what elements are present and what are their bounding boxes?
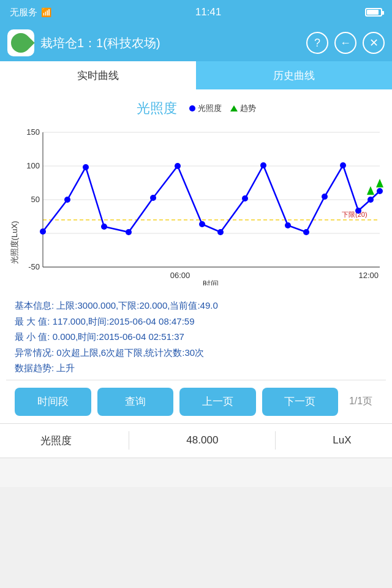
svg-text:06:00: 06:00 — [170, 271, 190, 280]
header-icons: ? ← ✕ — [306, 32, 385, 54]
time-range-button[interactable]: 时间段 — [15, 388, 91, 416]
query-button[interactable]: 查询 — [97, 388, 174, 416]
svg-point-32 — [355, 208, 361, 214]
svg-text:光照度(LuX): 光照度(LuX) — [10, 221, 19, 265]
info-line2: 最 大 值: 117.000,时间:2015-06-04 08:47:59 — [15, 314, 377, 330]
page-info: 1/1页 — [344, 395, 377, 408]
svg-point-34 — [377, 188, 383, 194]
legend-lux-label: 光照度 — [198, 103, 222, 114]
svg-point-17 — [40, 228, 46, 235]
svg-point-21 — [126, 229, 132, 235]
info-line1: 基本信息: 上限:3000.000,下限:20.000,当前值:49.0 — [15, 298, 377, 314]
legend-trend-icon — [230, 105, 238, 111]
svg-point-28 — [285, 222, 291, 228]
svg-text:下限(20): 下限(20) — [342, 211, 368, 218]
chart-title: 光照度 — [137, 99, 177, 118]
footer-unit: LuX — [333, 434, 351, 447]
svg-text:50: 50 — [31, 195, 40, 204]
legend-lux-dot — [189, 105, 195, 111]
svg-point-29 — [303, 229, 309, 235]
svg-point-30 — [322, 194, 328, 200]
main-content: 光照度 光照度 趋势 光照度(LuX) — [0, 89, 392, 423]
svg-point-18 — [64, 197, 70, 203]
status-bar: 无服务 📶 11:41 — [0, 0, 392, 24]
legend-trend: 趋势 — [230, 103, 256, 114]
footer-bar: 光照度 48.000 LuX — [0, 423, 392, 458]
svg-text:时间: 时间 — [203, 279, 219, 285]
svg-marker-35 — [367, 186, 374, 195]
svg-text:150: 150 — [26, 127, 40, 137]
svg-point-25 — [217, 229, 224, 235]
svg-point-20 — [101, 224, 107, 230]
footer-divider2 — [275, 431, 276, 450]
carrier-text: 无服务 — [10, 7, 37, 18]
status-right — [365, 8, 382, 17]
footer-sensor-name: 光照度 — [40, 434, 72, 448]
tab-history[interactable]: 历史曲线 — [196, 61, 392, 89]
chart-wrap: 光照度(LuX) 150 100 50 -50 — [6, 120, 385, 285]
help-button[interactable]: ? — [306, 32, 328, 54]
prev-page-button[interactable]: 上一页 — [179, 388, 256, 416]
back-button[interactable]: ← — [334, 32, 356, 54]
svg-point-26 — [242, 195, 248, 202]
svg-point-24 — [199, 221, 205, 227]
svg-point-31 — [340, 162, 346, 168]
chart-title-row: 光照度 光照度 趋势 — [6, 96, 386, 118]
button-row: 时间段 查询 上一页 下一页 1/1页 — [6, 380, 386, 423]
footer-value: 48.000 — [186, 434, 218, 447]
svg-text:-50: -50 — [28, 262, 40, 271]
chart-legend: 光照度 趋势 — [189, 103, 256, 114]
tab-realtime-label: 实时曲线 — [77, 69, 119, 83]
svg-point-23 — [175, 163, 181, 169]
legend-lux: 光照度 — [189, 103, 222, 114]
svg-marker-36 — [376, 179, 383, 187]
info-line5: 数据趋势: 上升 — [15, 360, 377, 376]
legend-trend-label: 趋势 — [240, 103, 256, 114]
app-title: 栽培仓1：1(科技农场) — [40, 35, 300, 51]
svg-text:12:00: 12:00 — [358, 271, 379, 280]
wifi-icon: 📶 — [41, 7, 51, 17]
battery-icon — [365, 8, 382, 17]
close-button[interactable]: ✕ — [363, 32, 385, 54]
app-header: 栽培仓1：1(科技农场) ? ← ✕ — [0, 24, 392, 61]
info-line3: 最 小 值: 0.000,时间:2015-06-04 02:51:37 — [15, 329, 377, 345]
tab-bar: 实时曲线 历史曲线 — [0, 61, 392, 89]
info-section: 基本信息: 上限:3000.000,下限:20.000,当前值:49.0 最 大… — [6, 292, 386, 380]
svg-point-22 — [150, 195, 156, 201]
chart-svg: 光照度(LuX) 150 100 50 -50 — [6, 120, 385, 285]
status-time: 11:41 — [195, 6, 222, 18]
info-line4: 异常情况: 0次超上限,6次超下限,统计次数:30次 — [15, 345, 377, 361]
tab-realtime[interactable]: 实时曲线 — [0, 61, 196, 89]
app-logo — [7, 29, 34, 56]
svg-point-33 — [368, 197, 374, 203]
chart-container: 光照度 光照度 趋势 光照度(LuX) — [6, 96, 386, 292]
leaf-icon — [7, 29, 34, 56]
svg-point-19 — [83, 164, 89, 170]
tab-history-label: 历史曲线 — [273, 69, 315, 83]
next-page-button[interactable]: 下一页 — [262, 388, 339, 416]
svg-text:100: 100 — [26, 161, 40, 170]
svg-point-27 — [260, 162, 266, 168]
footer-divider1 — [129, 431, 129, 450]
status-left: 无服务 📶 — [10, 7, 51, 18]
bottom-nav-area — [0, 458, 392, 487]
